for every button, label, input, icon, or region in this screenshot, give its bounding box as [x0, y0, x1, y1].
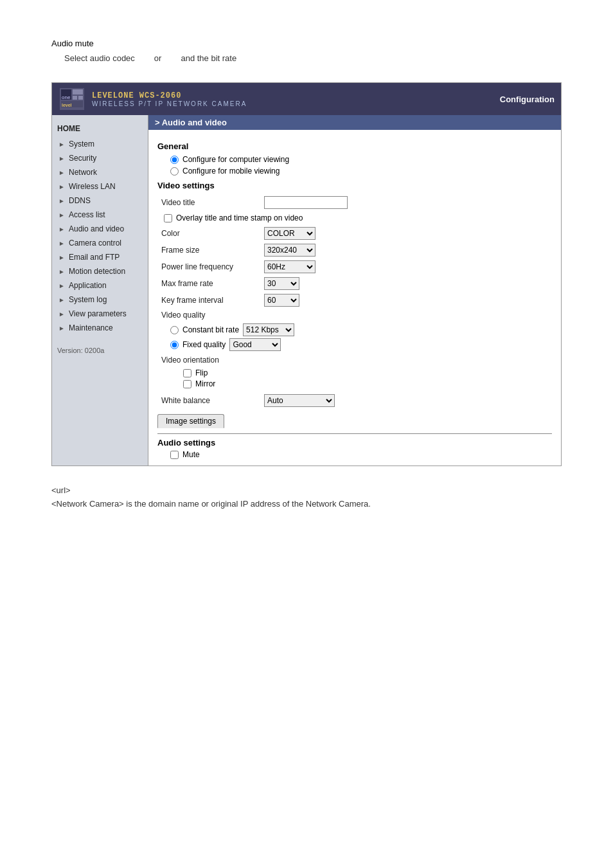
- video-settings-title: Video settings: [157, 181, 552, 190]
- overlay-checkbox[interactable]: [164, 214, 172, 222]
- general-title: General: [157, 141, 552, 151]
- sidebar-item-email-ftp[interactable]: ► Email and FTP: [52, 250, 148, 264]
- header-title-main: LevelOne WCS-2060: [92, 91, 247, 100]
- video-title-input[interactable]: [264, 196, 348, 209]
- arrow-icon-access-list: ►: [57, 210, 66, 219]
- sidebar-item-access-list[interactable]: ► Access list: [52, 208, 148, 222]
- arrow-icon-camera-control: ►: [57, 239, 66, 248]
- mirror-checkbox[interactable]: [183, 380, 191, 388]
- sidebar-item-system-log[interactable]: ► System log: [52, 293, 148, 307]
- sidebar-item-home[interactable]: HOME: [52, 120, 148, 137]
- select-audio-codec-text: Select audio codec: [64, 53, 135, 63]
- bit-rate-select[interactable]: 512 Kbps 256 Kbps 1 Mbps: [243, 323, 294, 336]
- sidebar-item-audio-video[interactable]: ► Audio and video: [52, 222, 148, 236]
- power-freq-select[interactable]: 60Hz 50Hz: [264, 260, 315, 273]
- header-title-sub: Wireless P/T IP Network Camera: [92, 100, 247, 107]
- sidebar-item-motion-detection[interactable]: ► Motion detection: [52, 264, 148, 278]
- bit-rate-text: and the bit rate: [181, 53, 236, 63]
- sidebar-label-email-ftp: Email and FTP: [69, 253, 120, 262]
- radio-computer-viewing[interactable]: [170, 156, 179, 164]
- frame-size-select[interactable]: 320x240 640x480 160x120: [264, 244, 315, 257]
- sidebar-label-system: System: [69, 140, 94, 149]
- url-text: <url>: [51, 485, 562, 495]
- sidebar-label-security: Security: [69, 154, 96, 163]
- radio-fixed-quality[interactable]: [170, 341, 179, 349]
- color-label: Color: [157, 225, 260, 242]
- arrow-icon-motion-detection: ►: [57, 267, 66, 276]
- sidebar-label-network: Network: [69, 168, 97, 177]
- mute-checkbox[interactable]: [170, 451, 179, 459]
- flip-label: Flip: [195, 368, 208, 377]
- fixed-quality-label: Fixed quality: [182, 340, 226, 349]
- main-content: > Audio and video General Configure for …: [148, 115, 561, 466]
- radio-constant-bit-rate[interactable]: [170, 326, 179, 334]
- image-settings-button[interactable]: Image settings: [157, 414, 224, 428]
- sidebar-label-ddns: DDNS: [69, 196, 91, 205]
- video-title-label: Video title: [157, 194, 260, 211]
- radio-computer-label: Configure for computer viewing: [182, 155, 289, 164]
- sidebar-label-application: Application: [69, 281, 107, 290]
- sidebar-label-audio-video: Audio and video: [69, 224, 124, 233]
- main-container: level one LevelOne WCS-2060 Wireless P/T…: [51, 82, 562, 466]
- sidebar-item-view-parameters[interactable]: ► View parameters: [52, 307, 148, 321]
- sidebar-label-view-parameters: View parameters: [69, 309, 127, 318]
- arrow-icon-email-ftp: ►: [57, 253, 66, 262]
- sidebar-item-security[interactable]: ► Security: [52, 151, 148, 165]
- max-frame-label: Max frame rate: [157, 275, 260, 292]
- svg-rect-5: [78, 96, 83, 100]
- arrow-icon-view-parameters: ►: [57, 309, 66, 318]
- arrow-icon-system: ►: [57, 140, 66, 149]
- mute-label: Mute: [182, 450, 200, 459]
- sidebar-label-motion-detection: Motion detection: [69, 267, 125, 276]
- arrow-icon-wireless-lan: ►: [57, 182, 66, 191]
- mirror-label: Mirror: [195, 379, 215, 388]
- video-quality-label: Video quality: [157, 309, 260, 321]
- quality-select[interactable]: Good Medium Excellent: [229, 338, 281, 351]
- sidebar-label-maintenance: Maintenance: [69, 323, 113, 332]
- sidebar-item-maintenance[interactable]: ► Maintenance: [52, 321, 148, 335]
- sidebar-item-network[interactable]: ► Network: [52, 165, 148, 179]
- arrow-icon-audio-video: ►: [57, 224, 66, 233]
- sidebar-label-access-list: Access list: [69, 210, 105, 219]
- logo: level one: [58, 87, 85, 111]
- key-frame-label: Key frame interval: [157, 292, 260, 309]
- or-text: or: [154, 53, 162, 63]
- color-select[interactable]: COLOR B&W: [264, 227, 315, 240]
- overlay-label: Overlay title and time stamp on video: [176, 213, 303, 222]
- constant-bit-rate-label: Constant bit rate: [182, 325, 239, 334]
- sidebar-label-wireless-lan: Wireless LAN: [69, 182, 116, 191]
- arrow-icon-ddns: ►: [57, 196, 66, 205]
- sidebar: HOME ► System ► Security ► Network ► Wir…: [52, 115, 148, 466]
- app-header: level one LevelOne WCS-2060 Wireless P/T…: [52, 83, 561, 115]
- arrow-icon-application: ►: [57, 281, 66, 290]
- version-text: Version: 0200a: [52, 341, 148, 359]
- sidebar-item-ddns[interactable]: ► DDNS: [52, 194, 148, 208]
- audio-settings-title: Audio settings: [157, 433, 552, 448]
- svg-text:one: one: [62, 95, 71, 100]
- audio-mute-label: Audio mute: [51, 39, 562, 48]
- sidebar-item-system[interactable]: ► System: [52, 137, 148, 151]
- frame-size-label: Frame size: [157, 242, 260, 258]
- sidebar-item-camera-control[interactable]: ► Camera control: [52, 236, 148, 250]
- sidebar-item-wireless-lan[interactable]: ► Wireless LAN: [52, 179, 148, 194]
- home-label: HOME: [57, 124, 80, 133]
- sidebar-item-application[interactable]: ► Application: [52, 278, 148, 293]
- arrow-icon-system-log: ►: [57, 295, 66, 304]
- white-balance-label: White balance: [157, 392, 260, 409]
- sidebar-label-system-log: System log: [69, 295, 107, 304]
- page-header-bar: > Audio and video: [148, 115, 561, 130]
- arrow-icon-security: ►: [57, 154, 66, 163]
- key-frame-select[interactable]: 60 30 15: [264, 294, 299, 307]
- svg-rect-4: [73, 96, 77, 100]
- flip-checkbox[interactable]: [183, 369, 191, 377]
- white-balance-select[interactable]: Auto Outdoor Indoor: [264, 394, 335, 407]
- radio-mobile-viewing[interactable]: [170, 167, 179, 176]
- video-orient-label: Video orientation: [157, 354, 260, 366]
- svg-rect-3: [73, 89, 83, 95]
- bottom-section: <url> <Network Camera> is the domain nam…: [0, 473, 613, 521]
- power-freq-label: Power line frequency: [157, 258, 260, 275]
- arrow-icon-network: ►: [57, 168, 66, 177]
- sidebar-label-camera-control: Camera control: [69, 239, 121, 248]
- header-title-block: LevelOne WCS-2060 Wireless P/T IP Networ…: [92, 91, 247, 107]
- max-frame-select[interactable]: 30 15 5: [264, 277, 299, 290]
